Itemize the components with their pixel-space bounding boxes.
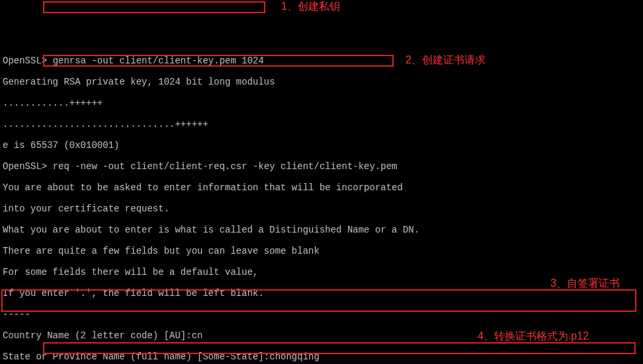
command-text: req -new -out client/client-req.csr -key… [53, 161, 398, 172]
output-line: ............++++++ [3, 98, 643, 108]
output-line: e is 65537 (0x010001) [3, 140, 643, 151]
annotation-2: 2、创建证书请求 [406, 55, 486, 65]
output-line: ...............................++++++ [3, 119, 643, 129]
prompt: OpenSSL> [3, 161, 47, 172]
output-line: There are quite a few fields but you can… [3, 246, 643, 256]
annotation-4: 4、转换证书格式为.p12 [478, 331, 589, 342]
output-line: If you enter '.', the field will be left… [3, 288, 643, 299]
highlight-box-1 [43, 1, 265, 13]
output-line: Generating RSA private key, 1024 bit lon… [3, 77, 643, 87]
prompt: OpenSSL> [3, 55, 47, 66]
command-text: genrsa -out client/client-key.pem 1024 [53, 55, 264, 66]
annotation-3: 3、自签署证书 [550, 278, 620, 289]
output-line: ----- [3, 309, 643, 320]
command-line-2[interactable]: OpenSSL> req -new -out client/client-req… [3, 161, 643, 172]
annotation-1: 1、创建私钥 [281, 1, 340, 12]
output-line: You are about to be asked to enter infor… [3, 182, 643, 193]
output-line: into your certificate request. [3, 203, 643, 214]
output-line: For some fields there will be a default … [3, 267, 643, 277]
output-line: What you are about to enter is what is c… [3, 225, 643, 235]
command-line-1[interactable]: OpenSSL> genrsa -out client/client-key.p… [3, 55, 643, 66]
terminal-output: OpenSSL> genrsa -out client/client-key.p… [0, 42, 643, 364]
output-line: State or Province Name (full name) [Some… [3, 351, 643, 362]
